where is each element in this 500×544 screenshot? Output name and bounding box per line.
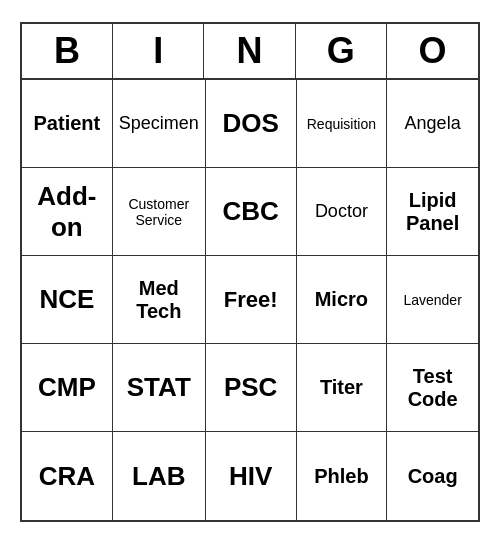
bingo-cell-r3-c1: STAT <box>113 344 206 432</box>
bingo-cell-r2-c4: Lavender <box>387 256 478 344</box>
header-letter-i: I <box>113 24 204 78</box>
bingo-cell-r0-c0: Patient <box>22 80 113 168</box>
bingo-cell-r1-c1: Customer Service <box>113 168 206 256</box>
bingo-cell-r4-c0: CRA <box>22 432 113 520</box>
bingo-grid: PatientSpecimenDOSRequisitionAngelaAdd-o… <box>22 80 478 520</box>
bingo-cell-r3-c3: Titer <box>297 344 388 432</box>
bingo-cell-r2-c1: Med Tech <box>113 256 206 344</box>
bingo-cell-r4-c3: Phleb <box>297 432 388 520</box>
header-letter-n: N <box>204 24 295 78</box>
bingo-cell-r1-c4: Lipid Panel <box>387 168 478 256</box>
bingo-cell-r2-c3: Micro <box>297 256 388 344</box>
bingo-cell-r3-c2: PSC <box>206 344 297 432</box>
bingo-cell-r3-c4: Test Code <box>387 344 478 432</box>
header-letter-o: O <box>387 24 478 78</box>
bingo-cell-r4-c1: LAB <box>113 432 206 520</box>
bingo-cell-r0-c3: Requisition <box>297 80 388 168</box>
header-letter-g: G <box>296 24 387 78</box>
bingo-card: BINGO PatientSpecimenDOSRequisitionAngel… <box>20 22 480 522</box>
header-letter-b: B <box>22 24 113 78</box>
bingo-cell-r0-c1: Specimen <box>113 80 206 168</box>
bingo-cell-r2-c0: NCE <box>22 256 113 344</box>
bingo-cell-r4-c4: Coag <box>387 432 478 520</box>
bingo-header: BINGO <box>22 24 478 80</box>
bingo-cell-r1-c3: Doctor <box>297 168 388 256</box>
bingo-cell-r0-c2: DOS <box>206 80 297 168</box>
bingo-cell-r3-c0: CMP <box>22 344 113 432</box>
bingo-cell-r2-c2: Free! <box>206 256 297 344</box>
bingo-cell-r1-c0: Add-on <box>22 168 113 256</box>
bingo-cell-r4-c2: HIV <box>206 432 297 520</box>
bingo-cell-r0-c4: Angela <box>387 80 478 168</box>
bingo-cell-r1-c2: CBC <box>206 168 297 256</box>
